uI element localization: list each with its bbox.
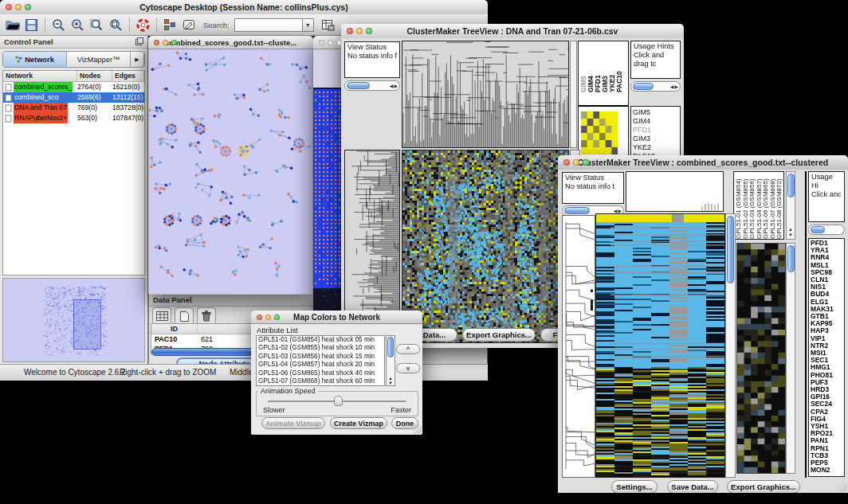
attribute-item[interactable]: GPL51-02 (GSM855) heat shock 10 min bbox=[257, 344, 384, 352]
scrollbar-thumb[interactable] bbox=[787, 245, 795, 272]
minimize-icon[interactable] bbox=[356, 28, 363, 34]
annotation-icon[interactable] bbox=[181, 17, 198, 33]
main-heatmap-canvas[interactable] bbox=[596, 214, 724, 477]
column-label[interactable]: GPL51-03 (GSM856) bbox=[749, 174, 756, 239]
plugin-network-icon[interactable] bbox=[162, 17, 179, 33]
minimize-icon[interactable] bbox=[328, 40, 333, 45]
save-icon[interactable] bbox=[23, 17, 40, 33]
attribute-table-icon[interactable] bbox=[320, 17, 336, 33]
close-icon[interactable] bbox=[154, 40, 159, 45]
zoom-window-icon[interactable] bbox=[171, 40, 177, 45]
dialog-titlebar[interactable]: Map Colors to Network bbox=[251, 311, 422, 324]
animate-vizmap-button[interactable]: Animate Vizmap bbox=[261, 417, 325, 429]
cluster-matrix-canvas[interactable] bbox=[581, 111, 618, 154]
network-overview-canvas[interactable] bbox=[3, 279, 144, 358]
scrollbar-thumb[interactable] bbox=[727, 216, 734, 283]
main-heatmap-pane[interactable] bbox=[595, 213, 725, 478]
row-dendrogram-canvas[interactable] bbox=[563, 216, 595, 477]
scrollbar-thumb[interactable] bbox=[633, 83, 654, 90]
export-graphics-button[interactable]: Export Graphics... bbox=[462, 328, 536, 342]
network-view-titlebar[interactable]: combined_scores_good.txt--cluste... bbox=[148, 36, 313, 49]
main-titlebar[interactable]: Cytoscape Desktop (Session Name: collins… bbox=[0, 0, 488, 15]
minimize-icon[interactable] bbox=[15, 4, 22, 10]
scroll-up-icon[interactable]: ▲ bbox=[788, 227, 793, 232]
move-down-button[interactable]: v bbox=[396, 363, 420, 373]
gene-label[interactable]: PFD1 bbox=[633, 126, 680, 135]
column-label[interactable]: GPL51-01 (GSM854) bbox=[736, 174, 743, 239]
attribute-item[interactable]: GPL51-01 (GSM854) heat shock 05 min bbox=[257, 336, 384, 344]
tab-vizmapper[interactable]: VizMapper™ bbox=[67, 52, 131, 67]
dendrogram-scrollbar[interactable] bbox=[570, 41, 577, 148]
minimize-icon[interactable] bbox=[163, 40, 168, 45]
tab-network[interactable]: Network bbox=[3, 52, 67, 67]
open-file-icon[interactable] bbox=[4, 17, 21, 33]
settings-button[interactable]: Settings... bbox=[611, 480, 658, 493]
scroll-down-icon[interactable]: ▼ bbox=[387, 381, 395, 385]
gene-label[interactable]: GIM5 bbox=[633, 108, 680, 117]
attribute-item[interactable]: GPL51-04 (GSM857) heat shock 20 min bbox=[257, 361, 384, 369]
scroll-left-icon[interactable]: ◀ bbox=[614, 208, 618, 213]
scroll-right-icon[interactable]: ▶ bbox=[394, 83, 398, 88]
zoom-window-icon[interactable] bbox=[583, 159, 589, 166]
zoom-selected-icon[interactable] bbox=[108, 17, 124, 33]
attribute-grid-icon[interactable] bbox=[152, 307, 171, 324]
attribute-item[interactable]: GPL51-07 (GSM868) heat shock 60 min bbox=[257, 377, 384, 385]
close-icon[interactable] bbox=[319, 40, 324, 45]
horizontal-scrollbar[interactable] bbox=[808, 225, 845, 235]
close-icon[interactable] bbox=[347, 28, 353, 34]
attribute-item[interactable]: GPL51-06 (GSM865) heat shock 40 min bbox=[257, 369, 384, 377]
secondary-heatmap-canvas[interactable] bbox=[737, 244, 785, 473]
search-input[interactable]: ▼ bbox=[234, 18, 314, 32]
scroll-right-icon[interactable]: ▶ bbox=[618, 208, 622, 213]
zoom-window-icon[interactable] bbox=[274, 315, 280, 320]
attribute-item[interactable]: GPL51-03 (GSM856) heat shock 15 min bbox=[257, 353, 384, 361]
close-icon[interactable] bbox=[257, 315, 262, 320]
column-label[interactable]: GIM3 bbox=[602, 43, 609, 92]
minimize-icon[interactable] bbox=[265, 315, 271, 320]
listbox-scrollbar[interactable]: ▲▼ bbox=[386, 335, 395, 386]
tab-overflow-button[interactable]: ▶ bbox=[131, 52, 144, 67]
zoom-fit-icon[interactable] bbox=[88, 17, 105, 33]
attribute-listbox[interactable]: GPL51-01 (GSM854) heat shock 05 minGPL51… bbox=[256, 335, 385, 386]
column-labels-scrollbar[interactable]: ▲▼ bbox=[786, 171, 795, 240]
column-label[interactable]: PAC10 bbox=[616, 43, 623, 92]
gene-label[interactable]: YKE2 bbox=[633, 143, 680, 152]
horizontal-scrollbar[interactable]: ◀▶ bbox=[630, 81, 681, 92]
resize-grip[interactable] bbox=[413, 425, 422, 434]
resize-grip[interactable] bbox=[838, 483, 847, 492]
close-icon[interactable] bbox=[6, 4, 12, 10]
column-label[interactable]: GPL51-08 (GSM872) bbox=[776, 174, 783, 239]
scrollbar-thumb[interactable] bbox=[811, 226, 825, 233]
zoom-window-icon[interactable] bbox=[25, 4, 31, 10]
search-field[interactable] bbox=[234, 18, 302, 32]
column-dendrogram-canvas[interactable] bbox=[402, 41, 568, 147]
column-tree-canvas[interactable] bbox=[626, 172, 723, 211]
scrollbar-thumb[interactable] bbox=[347, 82, 370, 89]
save-data-button[interactable]: Save Data... bbox=[667, 480, 718, 493]
column-label[interactable]: GPL51-02 (GSM855) bbox=[743, 174, 750, 239]
move-up-button[interactable]: ^ bbox=[396, 344, 420, 354]
help-lifesaver-icon[interactable] bbox=[135, 17, 151, 33]
scrollbar-thumb[interactable] bbox=[387, 337, 394, 357]
column-label[interactable]: GIM5 bbox=[580, 43, 587, 92]
new-attribute-icon[interactable] bbox=[175, 307, 194, 324]
network-overview-panel[interactable] bbox=[2, 278, 145, 362]
close-icon[interactable] bbox=[563, 159, 570, 166]
zoom-in-icon[interactable] bbox=[69, 17, 86, 33]
column-label[interactable]: PFD1 bbox=[595, 43, 602, 92]
table-row[interactable]: combined_sco 2569(6) 13112(15) bbox=[3, 92, 144, 103]
table-row[interactable]: RNAPuberNov2+ 563(0) 107847(0) bbox=[3, 113, 144, 123]
scroll-left-icon[interactable]: ◀ bbox=[390, 83, 394, 88]
secondary-scrollbar[interactable] bbox=[786, 243, 795, 474]
heatmap-canvas[interactable] bbox=[402, 150, 568, 342]
column-tree-pane[interactable] bbox=[626, 171, 724, 212]
gene-label[interactable]: MON2 bbox=[811, 467, 844, 474]
chevron-down-icon[interactable]: ▼ bbox=[302, 18, 314, 32]
table-row[interactable]: combined_scores_ 2764(0) 16218(0) bbox=[3, 82, 144, 92]
scrollbar-thumb[interactable] bbox=[787, 174, 795, 197]
scroll-right-icon[interactable]: ▶ bbox=[674, 84, 678, 89]
zoom-window-icon[interactable] bbox=[336, 40, 342, 45]
table-row[interactable]: DNA and Tran 07 769(0) 183728(0) bbox=[3, 103, 144, 113]
column-dendrogram-pane[interactable] bbox=[402, 41, 569, 148]
speed-slider-thumb[interactable] bbox=[334, 396, 343, 406]
